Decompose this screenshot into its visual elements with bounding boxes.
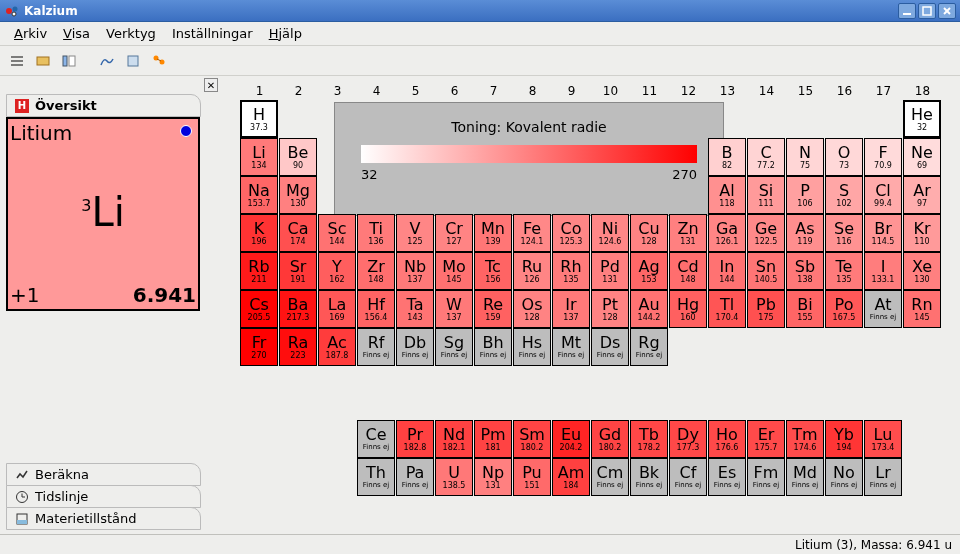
element-C[interactable]: C77.2 bbox=[747, 138, 785, 176]
element-Rb[interactable]: Rb211 bbox=[240, 252, 278, 290]
element-Rf[interactable]: RfFinns ej bbox=[357, 328, 395, 366]
element-H[interactable]: H37.3 bbox=[240, 100, 278, 138]
element-Gd[interactable]: Gd180.2 bbox=[591, 420, 629, 458]
minimize-button[interactable] bbox=[898, 3, 916, 19]
element-Tb[interactable]: Tb178.2 bbox=[630, 420, 668, 458]
maximize-button[interactable] bbox=[918, 3, 936, 19]
sidebar-tab-beräkna[interactable]: Beräkna bbox=[6, 463, 201, 486]
element-Ce[interactable]: CeFinns ej bbox=[357, 420, 395, 458]
element-Se[interactable]: Se116 bbox=[825, 214, 863, 252]
element-Hg[interactable]: Hg160 bbox=[669, 290, 707, 328]
toolbar-btn-compact[interactable] bbox=[32, 50, 54, 72]
element-Cm[interactable]: CmFinns ej bbox=[591, 458, 629, 496]
toolbar-btn-molecule[interactable] bbox=[148, 50, 170, 72]
element-Nd[interactable]: Nd182.1 bbox=[435, 420, 473, 458]
element-Bk[interactable]: BkFinns ej bbox=[630, 458, 668, 496]
element-Na[interactable]: Na153.7 bbox=[240, 176, 278, 214]
close-button[interactable] bbox=[938, 3, 956, 19]
menu-visa[interactable]: Visa bbox=[55, 24, 98, 43]
element-U[interactable]: U138.5 bbox=[435, 458, 473, 496]
element-Ir[interactable]: Ir137 bbox=[552, 290, 590, 328]
element-Pd[interactable]: Pd131 bbox=[591, 252, 629, 290]
element-Dy[interactable]: Dy177.3 bbox=[669, 420, 707, 458]
element-Mn[interactable]: Mn139 bbox=[474, 214, 512, 252]
element-Sg[interactable]: SgFinns ej bbox=[435, 328, 473, 366]
sidebar-tab-tidslinje[interactable]: Tidslinje bbox=[6, 485, 201, 508]
element-Hf[interactable]: Hf156.4 bbox=[357, 290, 395, 328]
element-Si[interactable]: Si111 bbox=[747, 176, 785, 214]
element-Kr[interactable]: Kr110 bbox=[903, 214, 941, 252]
element-Pt[interactable]: Pt128 bbox=[591, 290, 629, 328]
element-Ne[interactable]: Ne69 bbox=[903, 138, 941, 176]
element-Fm[interactable]: FmFinns ej bbox=[747, 458, 785, 496]
element-Er[interactable]: Er175.7 bbox=[747, 420, 785, 458]
element-Xe[interactable]: Xe130 bbox=[903, 252, 941, 290]
element-Md[interactable]: MdFinns ej bbox=[786, 458, 824, 496]
element-Th[interactable]: ThFinns ej bbox=[357, 458, 395, 496]
element-Ho[interactable]: Ho176.6 bbox=[708, 420, 746, 458]
element-Ac[interactable]: Ac187.8 bbox=[318, 328, 356, 366]
element-Cd[interactable]: Cd148 bbox=[669, 252, 707, 290]
element-Np[interactable]: Np131 bbox=[474, 458, 512, 496]
element-Pb[interactable]: Pb175 bbox=[747, 290, 785, 328]
element-Zn[interactable]: Zn131 bbox=[669, 214, 707, 252]
element-B[interactable]: B82 bbox=[708, 138, 746, 176]
element-As[interactable]: As119 bbox=[786, 214, 824, 252]
element-Tm[interactable]: Tm174.6 bbox=[786, 420, 824, 458]
element-Sm[interactable]: Sm180.2 bbox=[513, 420, 551, 458]
element-Cs[interactable]: Cs205.5 bbox=[240, 290, 278, 328]
element-La[interactable]: La169 bbox=[318, 290, 356, 328]
element-Pm[interactable]: Pm181 bbox=[474, 420, 512, 458]
menu-verktyg[interactable]: Verktyg bbox=[98, 24, 164, 43]
element-Ni[interactable]: Ni124.6 bbox=[591, 214, 629, 252]
element-Nb[interactable]: Nb137 bbox=[396, 252, 434, 290]
element-Zr[interactable]: Zr148 bbox=[357, 252, 395, 290]
element-Ti[interactable]: Ti136 bbox=[357, 214, 395, 252]
element-Rn[interactable]: Rn145 bbox=[903, 290, 941, 328]
element-Y[interactable]: Y162 bbox=[318, 252, 356, 290]
element-Db[interactable]: DbFinns ej bbox=[396, 328, 434, 366]
menu-hjalp[interactable]: Hjälp bbox=[261, 24, 310, 43]
element-Ag[interactable]: Ag153 bbox=[630, 252, 668, 290]
element-F[interactable]: F70.9 bbox=[864, 138, 902, 176]
sidebar-tab-materietillstånd[interactable]: Materietillstånd bbox=[6, 507, 201, 530]
element-Ra[interactable]: Ra223 bbox=[279, 328, 317, 366]
element-Am[interactable]: Am184 bbox=[552, 458, 590, 496]
element-Hs[interactable]: HsFinns ej bbox=[513, 328, 551, 366]
element-Te[interactable]: Te135 bbox=[825, 252, 863, 290]
element-Re[interactable]: Re159 bbox=[474, 290, 512, 328]
element-Ge[interactable]: Ge122.5 bbox=[747, 214, 785, 252]
element-He[interactable]: He32 bbox=[903, 100, 941, 138]
sidebar-close-button[interactable]: ✕ bbox=[204, 78, 218, 92]
element-V[interactable]: V125 bbox=[396, 214, 434, 252]
element-Bi[interactable]: Bi155 bbox=[786, 290, 824, 328]
element-Tc[interactable]: Tc156 bbox=[474, 252, 512, 290]
element-Es[interactable]: EsFinns ej bbox=[708, 458, 746, 496]
element-Tl[interactable]: Tl170.4 bbox=[708, 290, 746, 328]
element-Mt[interactable]: MtFinns ej bbox=[552, 328, 590, 366]
element-N[interactable]: N75 bbox=[786, 138, 824, 176]
element-O[interactable]: O73 bbox=[825, 138, 863, 176]
element-P[interactable]: P106 bbox=[786, 176, 824, 214]
element-Po[interactable]: Po167.5 bbox=[825, 290, 863, 328]
element-Os[interactable]: Os128 bbox=[513, 290, 551, 328]
element-Br[interactable]: Br114.5 bbox=[864, 214, 902, 252]
element-Fr[interactable]: Fr270 bbox=[240, 328, 278, 366]
element-Fe[interactable]: Fe124.1 bbox=[513, 214, 551, 252]
element-Cl[interactable]: Cl99.4 bbox=[864, 176, 902, 214]
element-Bh[interactable]: BhFinns ej bbox=[474, 328, 512, 366]
toolbar-btn-list[interactable] bbox=[6, 50, 28, 72]
toolbar-btn-side[interactable] bbox=[58, 50, 80, 72]
toolbar-btn-plot[interactable] bbox=[96, 50, 118, 72]
element-Ds[interactable]: DsFinns ej bbox=[591, 328, 629, 366]
element-Cr[interactable]: Cr127 bbox=[435, 214, 473, 252]
element-Be[interactable]: Be90 bbox=[279, 138, 317, 176]
element-Ar[interactable]: Ar97 bbox=[903, 176, 941, 214]
element-Mg[interactable]: Mg130 bbox=[279, 176, 317, 214]
element-Rg[interactable]: RgFinns ej bbox=[630, 328, 668, 366]
element-Pr[interactable]: Pr182.8 bbox=[396, 420, 434, 458]
element-Li[interactable]: Li134 bbox=[240, 138, 278, 176]
element-Eu[interactable]: Eu204.2 bbox=[552, 420, 590, 458]
element-Cu[interactable]: Cu128 bbox=[630, 214, 668, 252]
element-K[interactable]: K196 bbox=[240, 214, 278, 252]
